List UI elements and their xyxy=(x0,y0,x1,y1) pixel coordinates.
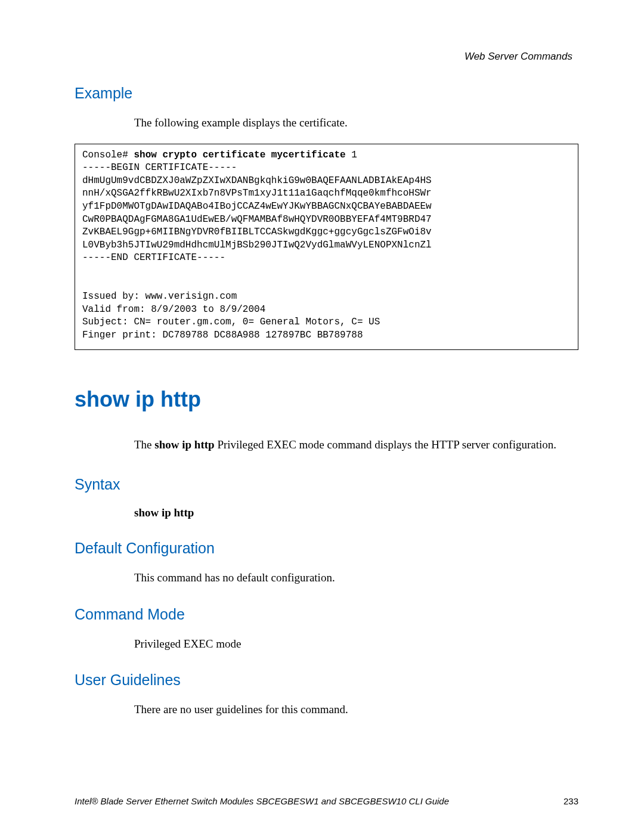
default-config-heading: Default Configuration xyxy=(75,519,578,557)
certificate-code-block: Console# show crypto certificate mycerti… xyxy=(75,144,578,350)
chapter-header: Web Server Commands xyxy=(465,51,572,63)
syntax-text: show ip http xyxy=(75,493,578,519)
code-line: Issued by: www.verisign.com xyxy=(82,291,237,302)
default-config-text: This command has no default configuratio… xyxy=(75,557,578,586)
footer-page-number: 233 xyxy=(564,796,578,806)
command-mode-heading: Command Mode xyxy=(75,586,578,623)
code-line: ZvKBAEL9Ggp+6MIIBNgYDVR0fBIIBLTCCASkwgdK… xyxy=(82,227,432,237)
code-line: Finger print: DC789788 DC88A988 127897BC… xyxy=(82,330,363,340)
example-intro: The following example displays the certi… xyxy=(75,102,578,131)
syntax-heading: Syntax xyxy=(75,452,578,493)
code-line: CwR0PBAQDAgFGMA8GA1UdEwEB/wQFMAMBAf8wHQY… xyxy=(82,214,432,225)
user-guidelines-text: There are no user guidelines for this co… xyxy=(75,689,578,717)
page-footer: Intel® Blade Server Ethernet Switch Modu… xyxy=(75,796,578,806)
user-guidelines-heading: User Guidelines xyxy=(75,651,578,689)
footer-book-title: Intel® Blade Server Ethernet Switch Modu… xyxy=(75,796,449,806)
code-line: yf1FpD0MWOTgDAwIDAQABo4IBojCCAZ4wEwYJKwY… xyxy=(82,201,432,212)
code-line: nnH/xQSGA2ffkRBwU2XIxb7n8VPsTm1xyJ1t11a1… xyxy=(82,188,432,199)
command-mode-text: Privileged EXEC mode xyxy=(75,623,578,652)
code-line: L0VByb3h5JTIwU29mdHdhcmUlMjBSb290JTIwQ2V… xyxy=(82,240,432,250)
code-line: dHmUgUm9vdCBDZXJ0aWZpZXIwXDANBgkqhkiG9w0… xyxy=(82,175,432,186)
code-line: Subject: CN= router.gm.com, 0= General M… xyxy=(82,317,380,327)
console-arg: 1 xyxy=(346,150,357,160)
command-description: The show ip http Privileged EXEC mode co… xyxy=(75,412,564,453)
console-command: show crypto certificate mycertificate xyxy=(134,150,345,160)
code-line: Valid from: 8/9/2003 to 8/9/2004 xyxy=(82,304,265,315)
code-line: -----END CERTIFICATE----- xyxy=(82,252,225,263)
command-title: show ip http xyxy=(75,350,578,412)
code-line: -----BEGIN CERTIFICATE----- xyxy=(82,162,237,173)
console-prompt: Console# xyxy=(82,150,134,160)
